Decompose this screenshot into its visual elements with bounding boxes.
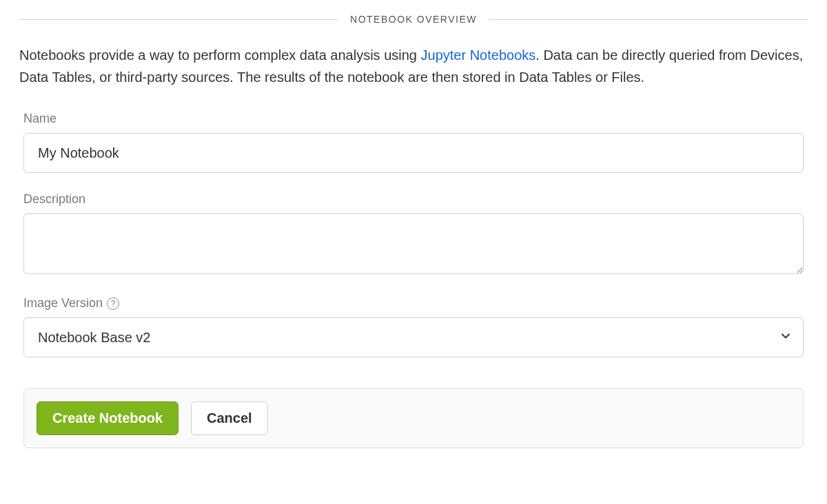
image-version-label: Image Version ? xyxy=(23,296,804,311)
divider-left xyxy=(19,19,338,20)
action-bar: Create Notebook Cancel xyxy=(23,388,804,448)
name-label: Name xyxy=(23,112,804,126)
description-input[interactable] xyxy=(23,213,804,274)
cancel-button[interactable]: Cancel xyxy=(191,401,268,435)
help-icon[interactable]: ? xyxy=(107,297,119,310)
intro-text: Notebooks provide a way to perform compl… xyxy=(19,44,808,88)
create-notebook-button[interactable]: Create Notebook xyxy=(37,401,178,435)
image-version-label-text: Image Version xyxy=(23,296,103,311)
name-group: Name xyxy=(19,112,808,173)
description-group: Description xyxy=(19,192,808,277)
section-header: NOTEBOOK OVERVIEW xyxy=(19,14,808,25)
name-input[interactable] xyxy=(23,133,804,173)
jupyter-notebooks-link[interactable]: Jupyter Notebooks xyxy=(421,48,536,63)
image-version-group: Image Version ? Notebook Base v2 xyxy=(19,296,808,357)
intro-before: Notebooks provide a way to perform compl… xyxy=(19,48,421,63)
image-version-select[interactable]: Notebook Base v2 xyxy=(23,317,804,357)
image-version-select-wrapper: Notebook Base v2 xyxy=(23,317,804,357)
section-title: NOTEBOOK OVERVIEW xyxy=(338,14,489,25)
description-label: Description xyxy=(23,192,804,207)
divider-right xyxy=(489,19,808,20)
